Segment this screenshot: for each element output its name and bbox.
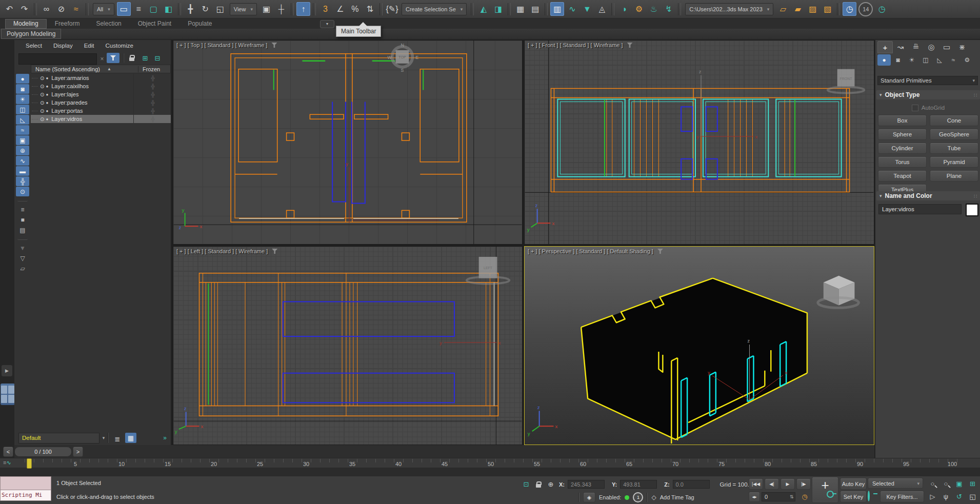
ribbon-tab[interactable]: Modeling (5, 19, 47, 29)
filter-cameras-icon[interactable]: ◫ (16, 105, 29, 114)
next-frame-button[interactable]: |▶ (796, 478, 811, 490)
ribbon-tab[interactable]: Freeform (47, 19, 88, 29)
visibility-eye-icon[interactable]: ⊙ (40, 92, 44, 97)
render-setup-icon[interactable]: ⚙ (632, 2, 646, 16)
polygon-modeling-panel-tab[interactable]: Polygon Modeling (1, 29, 61, 39)
enabled-count-badge[interactable]: 1 (633, 492, 643, 502)
filter-helpers-icon[interactable]: ◺ (16, 115, 29, 125)
selection-filter-dropdown[interactable]: All▾ (93, 3, 114, 15)
frozen-icon[interactable]: ╬ (137, 100, 168, 106)
per-view-filter-icon[interactable] (271, 43, 277, 48)
ribbon-config-dropdown[interactable]: ▾ (320, 20, 334, 28)
search-input[interactable] (18, 53, 97, 65)
absolute-mode-icon[interactable]: ⊕ (546, 479, 556, 490)
maximize-viewport-icon[interactable]: ◱ (966, 491, 979, 502)
visibility-eye-icon[interactable]: ⊙ (40, 100, 44, 106)
search-filter-icon[interactable] (107, 53, 119, 63)
play-button[interactable]: ▶ (781, 478, 795, 490)
hierarchy-view-icon[interactable]: ▦ (125, 433, 136, 443)
use-pivot-point-center-icon[interactable]: ▣ (259, 2, 273, 16)
autoback-interval-icon[interactable]: ◷ (875, 2, 889, 16)
menu-item[interactable]: Display (53, 43, 73, 49)
modify-tab[interactable]: ↝ (893, 41, 908, 53)
systems-category[interactable]: ⚙ (961, 54, 974, 66)
render-dot-icon[interactable]: ● (46, 84, 48, 89)
add-time-tag-text[interactable]: Add Time Tag (660, 494, 694, 500)
percent-snap-icon[interactable]: % (348, 2, 362, 16)
snaps-toggle-3d-icon[interactable]: 3 (318, 2, 332, 16)
key-step-toggle[interactable]: ◂▸ (749, 492, 760, 502)
selection-lock-icon[interactable] (534, 479, 543, 490)
viewport-left-label[interactable]: [ + ] [ Left ] [ Standard ] [ Wireframe … (176, 248, 277, 254)
ruler-track[interactable]: 0510152025303540455055606570758085909510… (25, 458, 980, 468)
project-folder-dropdown[interactable]: C:\Users\202...3ds Max 2023▾ (685, 3, 773, 15)
viewcube-left[interactable]: LEFT (467, 257, 510, 284)
named-selection-sets-dropdown[interactable]: Create Selection Se▾ (402, 3, 467, 15)
primitive-button[interactable]: Cone (930, 115, 978, 126)
create-tab[interactable]: + (877, 41, 893, 53)
track-bar[interactable] (0, 468, 980, 477)
selection-region-status-icon[interactable]: ⊡ (521, 479, 531, 490)
viewcube-front[interactable]: FRONT (828, 69, 865, 93)
advanced-filter-icon[interactable]: ▽ (16, 253, 29, 263)
frozen-icon[interactable]: ╬ (137, 75, 168, 81)
maxscript-mini-listener-top[interactable] (0, 476, 51, 490)
bind-to-space-warp-icon[interactable]: ≈ (69, 2, 83, 16)
list-detail-icon[interactable]: ▤ (16, 225, 29, 235)
select-and-move-icon[interactable]: ╋ (184, 2, 197, 16)
per-view-filter-icon[interactable] (272, 249, 277, 254)
ribbon-tab[interactable]: Populate (179, 19, 220, 29)
filter-groups-icon[interactable]: ▣ (16, 135, 29, 145)
primitive-category-dropdown[interactable]: Standard Primitives▾ (877, 76, 978, 85)
zoom-extents-all-icon[interactable]: ⊞ (966, 478, 979, 489)
space-warps-category[interactable]: ≈ (947, 54, 960, 66)
motion-tab[interactable]: ◎ (924, 41, 939, 53)
render-dot-icon[interactable]: ● (46, 100, 48, 105)
edit-named-selection-sets-icon[interactable]: {✎} (385, 2, 399, 16)
field-of-view-icon[interactable]: ▷ (926, 491, 939, 502)
utilities-tab[interactable]: ⋇ (954, 41, 970, 53)
autoback-toggle-icon[interactable]: ◷ (843, 2, 856, 16)
shapes-category[interactable]: ◙ (891, 54, 905, 66)
lights-category[interactable]: ☀ (905, 54, 918, 66)
select-and-rotate-icon[interactable]: ↻ (198, 2, 212, 16)
explorer-column-header[interactable]: Name (Sorted Ascending) ▲ Frozen (31, 65, 171, 73)
object-color-swatch[interactable] (966, 204, 978, 216)
mirror-icon[interactable]: ◭ (476, 2, 490, 16)
window-crossing-icon[interactable]: ◧ (162, 2, 175, 16)
visibility-eye-icon[interactable]: ⊙ (40, 116, 44, 122)
filter-containers-icon[interactable]: ▬ (16, 166, 29, 176)
expand-tree-icon[interactable]: ⊞ (139, 53, 151, 63)
curve-editor-icon[interactable]: ∿ (565, 2, 579, 16)
viewport-top[interactable]: [ + ] [ Top ] [ Standard ] [ Wireframe ] (173, 40, 523, 245)
primitive-button[interactable]: Box (878, 115, 927, 126)
viewport-front[interactable]: [ + ] [ Front ] [ Standard ] [ Wireframe… (524, 40, 874, 245)
workspace-basket-icon[interactable]: ▱ (16, 264, 29, 273)
name-column-label[interactable]: Name (Sorted Ascending) (35, 66, 100, 72)
zoom-icon[interactable]: ○ (926, 478, 939, 489)
filter-xrefs-icon[interactable]: ⊕ (16, 146, 29, 155)
per-view-filter-icon[interactable] (657, 249, 663, 254)
dope-sheet-icon[interactable]: ▼ (580, 2, 594, 16)
viewport-perspective-label[interactable]: [ + ] [ Perspective ] [ Standard ] [ Def… (528, 248, 663, 254)
helpers-category[interactable]: ◺ (933, 54, 946, 66)
menu-item[interactable]: Edit (84, 43, 94, 49)
filter-geometry-icon[interactable]: ● (16, 74, 29, 84)
viewport-layout-button[interactable] (1, 384, 15, 405)
filter-lights-icon[interactable]: ☀ (16, 94, 29, 104)
frozen-icon[interactable]: ╬ (137, 116, 168, 122)
auto-key-button[interactable]: Auto Key (840, 478, 867, 490)
select-object-icon[interactable]: ▭ (117, 2, 131, 16)
time-slider[interactable] (27, 458, 32, 469)
ribbon-tab[interactable]: Selection (88, 19, 129, 29)
time-configuration-icon[interactable]: ◷ (798, 491, 811, 502)
primitive-button[interactable]: Sphere (878, 129, 927, 140)
undo-icon[interactable]: ↶ (3, 2, 16, 16)
layer-stack-icon[interactable]: ≣ (112, 434, 123, 444)
filter-hidden-icon[interactable]: ⊙ (16, 187, 29, 196)
filter-frozen-icon[interactable]: ╬ (16, 176, 29, 186)
clear-search-icon[interactable]: × (96, 54, 108, 64)
menu-item[interactable]: Select (26, 43, 42, 49)
align-icon[interactable]: ◨ (491, 2, 505, 16)
viewport-left[interactable]: [ + ] [ Left ] [ Standard ] [ Wireframe … (173, 246, 523, 445)
